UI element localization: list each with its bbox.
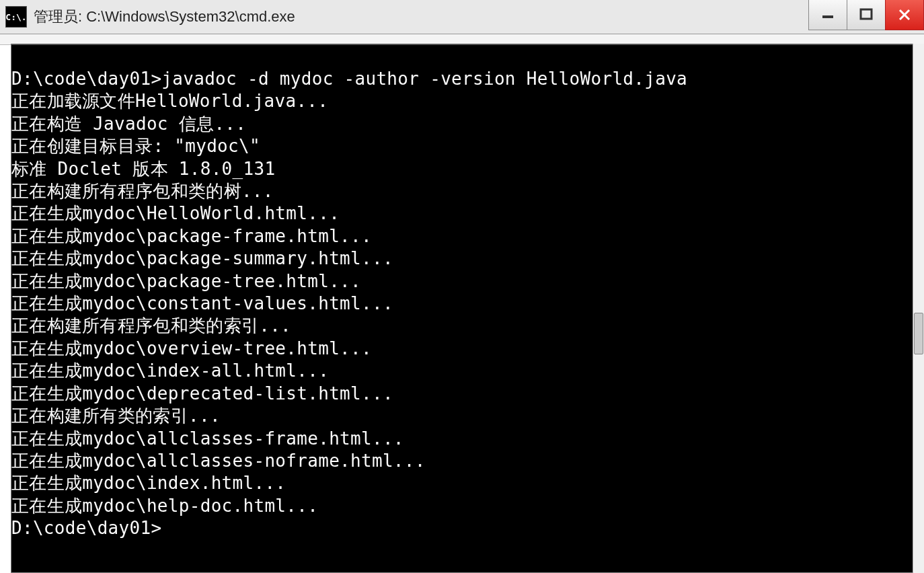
terminal-line: 正在生成mydoc\package-tree.html... — [11, 270, 913, 293]
title-bar[interactable]: C:\. 管理员: C:\Windows\System32\cmd.exe — [0, 0, 924, 34]
terminal-line: 正在生成mydoc\deprecated-list.html... — [11, 383, 913, 405]
terminal-line: 正在生成mydoc\package-frame.html... — [11, 225, 913, 247]
terminal-line: 正在生成mydoc\overview-tree.html... — [11, 338, 913, 360]
svg-rect-1 — [861, 9, 872, 19]
terminal-area[interactable]: D:\code\day01>javadoc -d mydoc -author -… — [11, 44, 913, 573]
terminal-line: 正在生成mydoc\help-doc.html... — [11, 495, 913, 517]
terminal-line: 标准 Doclet 版本 1.8.0_131 — [11, 158, 913, 180]
terminal-line: 正在生成mydoc\allclasses-frame.html... — [11, 428, 913, 450]
scrollbar[interactable] — [913, 44, 924, 573]
terminal-line: 正在生成mydoc\allclasses-noframe.html... — [11, 450, 913, 472]
terminal-line: 正在生成mydoc\package-summary.html... — [11, 247, 913, 270]
scrollbar-thumb[interactable] — [914, 313, 923, 354]
terminal-line: 正在构建所有程序包和类的树... — [11, 180, 913, 202]
close-button[interactable] — [885, 0, 924, 30]
terminal-line: 正在生成mydoc\index-all.html... — [11, 360, 913, 382]
maximize-button[interactable] — [847, 0, 886, 30]
terminal-line: 正在构建所有类的索引... — [11, 405, 913, 427]
cmd-icon: C:\. — [5, 6, 27, 28]
minimize-icon — [820, 7, 835, 22]
terminal-line: 正在加载源文件HelloWorld.java... — [11, 90, 913, 112]
window-frame: C:\. 管理员: C:\Windows\System32\cmd.exe D:… — [0, 0, 924, 573]
window-title: 管理员: C:\Windows\System32\cmd.exe — [34, 7, 295, 27]
svg-rect-0 — [822, 15, 833, 18]
terminal-line: 正在生成mydoc\constant-values.html... — [11, 293, 913, 315]
terminal-line: 正在生成mydoc\index.html... — [11, 472, 913, 494]
terminal-line-prompt: D:\code\day01> — [11, 517, 913, 539]
terminal-line: 正在生成mydoc\HelloWorld.html... — [11, 202, 913, 225]
window-controls — [809, 0, 924, 30]
terminal-line: 正在创建目标目录: "mydoc\" — [11, 135, 913, 157]
terminal-line: 正在构建所有程序包和类的索引... — [11, 315, 913, 337]
minimize-button[interactable] — [808, 0, 847, 30]
terminal-line-command: D:\code\day01>javadoc -d mydoc -author -… — [11, 68, 913, 90]
terminal-line: 正在构造 Javadoc 信息... — [11, 113, 913, 135]
maximize-icon — [859, 7, 874, 22]
close-icon — [897, 7, 912, 22]
terminal-output: D:\code\day01>javadoc -d mydoc -author -… — [11, 45, 913, 540]
